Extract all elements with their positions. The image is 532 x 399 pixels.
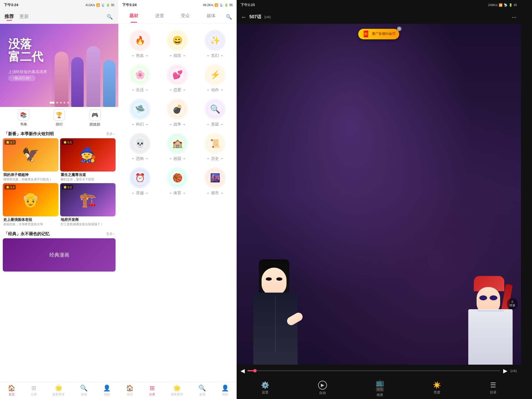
tab-subject[interactable]: 题材	[121, 13, 147, 21]
tab-media[interactable]: 媒体	[198, 13, 224, 21]
cat-item-10[interactable]: 🏫 － 校园 －	[159, 130, 196, 164]
profile-icon-1: 👤	[103, 385, 111, 392]
comic-card-0[interactable]: ⭐ 9.7 🦅 我的弟子都超神 我明明无敌，却被美女弟子们欺负！	[3, 138, 58, 181]
bottom-nav-home-1[interactable]: 🏠 首页	[6, 383, 17, 398]
cat-label-funny: － 搞笑 －	[169, 53, 186, 58]
cat-item-6[interactable]: 🛸 － 科幻 －	[121, 95, 159, 130]
section2-header: 「经典」永不褪色的记忆 更多 ›	[0, 229, 118, 238]
crane-icon: 🎮	[89, 109, 101, 121]
comic-rating-2: ⭐ 9.4	[4, 185, 16, 190]
cat-item-1[interactable]: 😄 － 搞笑 －	[159, 27, 196, 61]
quality-button[interactable]: 📺 标清 画质	[376, 379, 384, 397]
cat-label-timetravel: － 穿越 －	[131, 191, 149, 196]
classic-banner[interactable]: 经典漫画	[3, 238, 116, 272]
cat-icon-funny: 😄	[167, 30, 188, 51]
banner-title: 没落 富二代	[8, 38, 43, 63]
battery-3: 🔋	[509, 3, 513, 7]
cat-icon-1: ⊞	[31, 385, 36, 392]
cat-item-8[interactable]: 🔍 － 悬疑 －	[196, 95, 234, 130]
cat-item-7[interactable]: 💣 － 战争 －	[159, 95, 196, 130]
comic-thumb-3: ⭐ 9.0 🏗️	[60, 183, 116, 216]
battery-pct-3: 95	[514, 3, 517, 7]
search-icon-2[interactable]: 🔍	[224, 14, 234, 20]
cat-item-14[interactable]: 🌆 － 都市 －	[196, 164, 234, 198]
cat-item-2[interactable]: ✨ － 玄幻 －	[196, 27, 234, 61]
tab-progress[interactable]: 进度	[147, 13, 173, 21]
cat-label-school: － 校园 －	[169, 156, 186, 161]
home-banner[interactable]: 没落 富二代 上演吃软饭的最高境界 《极品狂婚》	[0, 24, 118, 107]
bottom-nav-star-1[interactable]: 🌟 漫客星球	[50, 383, 67, 398]
brightness-button[interactable]: ☀️ 亮度	[433, 381, 441, 395]
cat-item-13[interactable]: 🏀 － 体育 －	[159, 164, 196, 198]
section2-title: 「经典」永不褪色的记忆	[4, 231, 50, 237]
comment-badge[interactable]: 0 弹幕	[507, 298, 518, 309]
cat-item-9[interactable]: 💀 － 恐怖 －	[121, 130, 159, 164]
ad-banner[interactable]: × 🧧 看广告领50金币	[358, 29, 399, 39]
catalog-label: 目录	[490, 390, 497, 395]
reader-header-page: 1/41	[264, 15, 271, 19]
quick-btn-rank[interactable]: 🏆 排行	[53, 109, 65, 127]
section1-more[interactable]: 更多 ›	[106, 132, 114, 136]
quick-btn-booklist[interactable]: 📚 书单	[18, 109, 29, 127]
cat-item-5[interactable]: ⚡ － 动作 －	[196, 61, 234, 95]
svg-text:⏰: ⏰	[135, 173, 145, 183]
svg-text:🏫: 🏫	[172, 139, 183, 149]
cat-item-11[interactable]: 📜 － 历史 －	[196, 130, 234, 164]
quick-btn-crane[interactable]: 🎮 抓娃娃	[89, 109, 101, 127]
cat-item-0[interactable]: 🔥 － 热血 －	[121, 27, 159, 61]
cat-item-4[interactable]: 💕 － 恋爱 －	[159, 61, 196, 95]
nav-tab-update[interactable]: 更新	[19, 13, 29, 21]
section1-title: 「新番」本季新作火钳刘明	[4, 131, 54, 137]
ad-close-button[interactable]: ×	[397, 27, 401, 31]
back-icon[interactable]: ←	[241, 14, 247, 20]
signal-icon-1: 📶	[96, 3, 100, 7]
bottom-nav-cat-1[interactable]: ⊞ 分类	[29, 383, 39, 398]
comic-desc-2: 老祖归来：大爷终究是你大爷	[3, 222, 58, 226]
catalog-button[interactable]: ☰ 目录	[490, 381, 497, 395]
quality-badge: 标清	[376, 387, 384, 392]
rank-icon: 🏆	[53, 109, 65, 121]
category-screen: 下午3:24 49.2K/s 📶 📡 🔋 95 题材 进度 受众 媒体 🔍 🔥	[118, 0, 237, 399]
manga-character-2	[471, 276, 510, 365]
reader-toolbar: ⚙️ 设置 ▶ 自动 📺 标清 画质 ☀️ 亮度 ☰ 目录	[237, 377, 521, 399]
category-scroll[interactable]: 🔥 － 热血 － 😄 － 搞笑 － ✨	[118, 24, 237, 382]
search-icon[interactable]: 🔍	[106, 13, 114, 21]
booklist-icon: 📚	[18, 109, 29, 121]
nav-tab-recommend[interactable]: 推荐	[4, 13, 14, 21]
cat-item-3[interactable]: 🌸 － 生活 －	[121, 61, 159, 95]
home-screen: 下午3:24 411K/s 📶 📡 🔋 95 推荐 更新 🔍 没落 富二代 上演…	[0, 0, 118, 399]
cat-item-12[interactable]: ⏰ － 穿越 －	[121, 164, 159, 198]
cat-label-history: － 历史 －	[206, 156, 224, 161]
bottom-nav-profile-2[interactable]: 👤 我的	[219, 383, 231, 398]
comic-card-1[interactable]: ⭐ 9.5 🧙 重生之魔尊当道 横扫五宗，荡尽天下邪崇	[60, 138, 116, 181]
reader-header: ← 507话 1/41 ···	[237, 10, 521, 24]
comic-thumb-2: ⭐ 9.4 👴	[3, 183, 58, 216]
bottom-nav-cat-2[interactable]: ⊞ 分类	[147, 383, 157, 398]
status-icons-3: 248K/s 📶 📡 🔋 95	[488, 3, 517, 7]
bottom-nav-profile-1[interactable]: 👤 我的	[101, 383, 113, 398]
comic-card-3[interactable]: ⭐ 9.0 🏗️ 地府开发商 打工竟然偶遇女友出轨现场？！	[60, 183, 116, 226]
more-options-icon[interactable]: ···	[512, 14, 516, 20]
cat-label-1: 分类	[31, 392, 37, 397]
tab-audience[interactable]: 受众	[173, 13, 198, 21]
char1-face	[262, 268, 287, 295]
prev-page-button[interactable]: ◀	[241, 367, 245, 374]
reader-image-area[interactable]: × 🧧 看广告领50金币	[237, 24, 521, 365]
settings-button[interactable]: ⚙️ 设置	[261, 381, 269, 395]
svg-text:⚡: ⚡	[210, 70, 221, 80]
bottom-nav-discover-1[interactable]: 🔍 发现	[78, 383, 90, 398]
category-top-tabs: 题材 进度 受众 媒体 🔍	[118, 10, 237, 24]
discover-label-2: 发现	[199, 392, 205, 397]
auto-button[interactable]: ▶ 自动	[318, 381, 327, 395]
bottom-nav-home-2[interactable]: 🏠 首页	[124, 383, 136, 398]
bottom-nav-discover-2[interactable]: 🔍 发现	[196, 383, 208, 398]
home-scroll[interactable]: 没落 富二代 上演吃软饭的最高境界 《极品狂婚》 📚 书单	[0, 24, 118, 382]
comic-card-2[interactable]: ⭐ 9.4 👴 史上最强炼体老祖 老祖归来：大爷终究是你大爷	[3, 183, 58, 226]
section2-more[interactable]: 更多 ›	[106, 232, 114, 236]
cat-label-action: － 动作 －	[206, 88, 224, 93]
bottom-nav-star-2[interactable]: 🌟 漫客星球	[168, 383, 185, 398]
svg-text:📜: 📜	[210, 139, 221, 149]
cat-icon-school: 🏫	[167, 133, 188, 154]
progress-bar[interactable]	[247, 370, 500, 371]
next-page-button[interactable]: ▶	[503, 367, 507, 374]
